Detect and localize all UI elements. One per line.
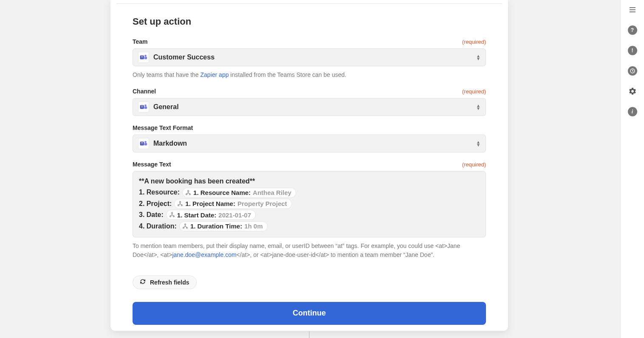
pill-label: 1. Start Date: [177, 212, 217, 218]
info-icon[interactable]: i [626, 105, 639, 118]
help-suffix: installed from the Teams Store can be us… [229, 71, 346, 78]
message-line-4: 4. Duration: 1. Duration Time: 1h 0m [139, 221, 480, 232]
label-row: Team (required) [133, 38, 486, 45]
chevron-updown-icon: ▲▼ [476, 104, 480, 110]
pill-label: 1. Duration Time: [190, 223, 242, 229]
required-badge: (required) [462, 88, 486, 95]
format-label: Message Text Format [133, 124, 193, 131]
message-label: Message Text [133, 161, 171, 168]
help-suffix: </at>, or <at>jane-doe-user-id</at> to m… [237, 251, 435, 258]
line-prefix: 4. Duration: [139, 221, 177, 232]
teams-icon: T [138, 101, 149, 113]
alert-icon[interactable]: ! [626, 44, 639, 57]
example-email-link[interactable]: jane.doe@example.com [172, 251, 236, 258]
svg-rect-3 [144, 57, 147, 59]
refresh-fields-button[interactable]: Refresh fields [133, 276, 197, 289]
message-textarea[interactable]: **A new booking has been created** 1. Re… [133, 171, 486, 237]
team-help-text: Only teams that have the Zapier app inst… [133, 70, 486, 79]
teams-icon: T [138, 52, 149, 63]
label-row: Message Text (required) [133, 161, 486, 168]
svg-point-21 [184, 224, 186, 225]
svg-point-10 [144, 141, 147, 143]
connector-stub [309, 331, 310, 338]
settings-icon[interactable] [626, 85, 639, 98]
teams-icon: T [138, 138, 149, 149]
pill-label: 1. Project Name: [185, 200, 235, 207]
line-prefix: 2. Project: [139, 198, 172, 209]
line-prefix: 1. Resource: [139, 187, 180, 198]
svg-point-6 [144, 104, 147, 107]
message-help-text: To mention team members, put their displ… [133, 242, 486, 259]
line-prefix: 3. Date: [139, 209, 164, 220]
chevron-updown-icon: ▲▼ [476, 141, 480, 146]
zap-branch-icon [182, 223, 188, 229]
field-format: Message Text Format T Markdown ▲▼ [133, 124, 486, 152]
continue-button[interactable]: Continue [133, 302, 486, 325]
top-divider [116, 3, 502, 4]
right-rail: ? ! i [620, 0, 644, 338]
pill-label: 1. Resource Name: [193, 189, 251, 196]
zapier-app-link[interactable]: Zapier app [201, 71, 229, 78]
message-line-header: **A new booking has been created** [139, 176, 480, 187]
pill-value: Anthea Riley [253, 189, 291, 196]
pill-duration-time[interactable]: 1. Duration Time: 1h 0m [179, 221, 268, 231]
zap-branch-icon [177, 201, 183, 207]
label-row: Channel (required) [133, 88, 486, 95]
pill-value: 2021-01-07 [218, 212, 251, 218]
pill-resource-name[interactable]: 1. Resource Name: Anthea Riley [182, 188, 296, 198]
message-bold-header: **A new booking has been created** [139, 176, 255, 187]
channel-dropdown[interactable]: T General ▲▼ [133, 98, 486, 116]
chevron-updown-icon: ▲▼ [476, 54, 480, 60]
svg-point-12 [188, 190, 189, 192]
svg-point-2 [144, 55, 147, 57]
refresh-icon [140, 279, 146, 286]
required-badge: (required) [462, 161, 486, 168]
label-row: Message Text Format [133, 124, 486, 131]
refresh-label: Refresh fields [150, 279, 189, 286]
format-dropdown[interactable]: T Markdown ▲▼ [133, 135, 486, 152]
channel-value: General [153, 103, 476, 111]
message-line-2: 2. Project: 1. Project Name: Property Pr… [139, 198, 480, 209]
team-dropdown[interactable]: T Customer Success ▲▼ [133, 48, 486, 66]
field-channel: Channel (required) T General ▲▼ [133, 88, 486, 116]
format-value: Markdown [153, 140, 476, 147]
pill-value: 1h 0m [244, 223, 263, 229]
field-message: Message Text (required) **A new booking … [133, 161, 486, 259]
svg-rect-11 [144, 143, 147, 146]
svg-rect-7 [144, 107, 147, 109]
team-value: Customer Success [153, 54, 476, 61]
field-team: Team (required) T Customer Success ▲▼ On… [133, 38, 486, 79]
pill-value: Property Project [237, 200, 287, 207]
page-title: Set up action [133, 16, 486, 27]
action-setup-card: Set up action Team (required) T Customer… [110, 0, 508, 331]
message-line-3: 3. Date: 1. Start Date: 2021-01-07 [139, 209, 480, 220]
zap-branch-icon [185, 190, 191, 196]
zap-branch-icon [169, 212, 175, 218]
pill-start-date[interactable]: 1. Start Date: 2021-01-07 [166, 210, 256, 220]
help-icon[interactable]: ? [626, 24, 639, 37]
help-prefix: Only teams that have the [133, 71, 201, 78]
message-line-1: 1. Resource: 1. Resource Name: Anthea Ri… [139, 187, 480, 198]
svg-point-18 [171, 213, 172, 214]
pill-project-name[interactable]: 1. Project Name: Property Project [174, 199, 291, 209]
svg-point-15 [180, 201, 181, 203]
history-icon[interactable] [626, 65, 639, 77]
required-badge: (required) [462, 39, 486, 45]
channel-label: Channel [133, 88, 156, 95]
team-label: Team [133, 38, 148, 45]
menu-icon[interactable] [626, 3, 639, 16]
